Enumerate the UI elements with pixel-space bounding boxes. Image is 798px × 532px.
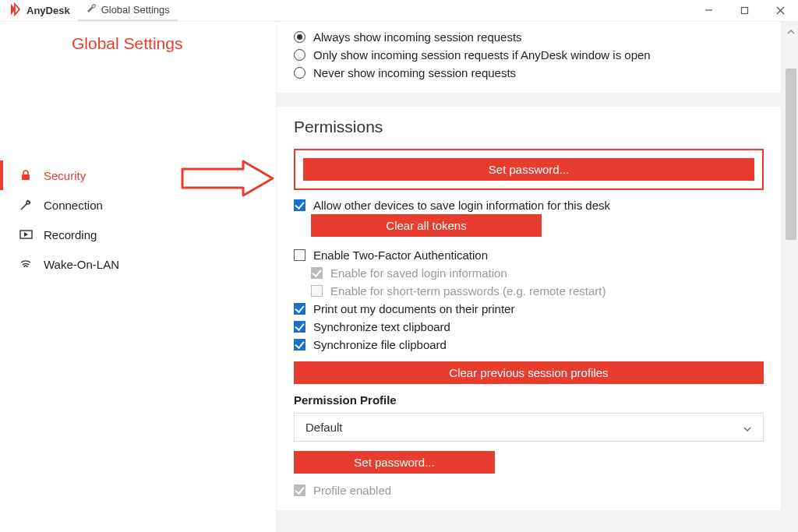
minimize-button[interactable]: [690, 0, 726, 22]
sidebar-item-label: Wake-On-LAN: [44, 258, 119, 271]
checkbox-two-factor[interactable]: Enable Two-Factor Authentication: [294, 246, 764, 264]
scrollbar-thumb[interactable]: [786, 69, 796, 240]
checkbox-icon: [294, 321, 305, 333]
tab-global-settings[interactable]: Global Settings: [78, 0, 178, 21]
checkbox-sync-file[interactable]: Synchronize file clipboard: [294, 336, 764, 354]
checkbox-label: Profile enabled: [313, 484, 391, 497]
sidebar-item-connection[interactable]: Connection: [0, 190, 276, 220]
sidebar-item-security[interactable]: Security: [0, 160, 276, 190]
permission-profile-heading: Permission Profile: [294, 393, 764, 407]
wifi-icon: [19, 257, 33, 271]
record-icon: [19, 227, 33, 241]
checkbox-icon: [294, 339, 305, 351]
svg-rect-1: [741, 8, 747, 14]
plug-icon: [19, 198, 33, 212]
radio-label: Only show incoming session requests if A…: [313, 48, 651, 62]
radio-never-show[interactable]: Never show incoming session requests: [294, 64, 764, 82]
radio-only-window-open[interactable]: Only show incoming session requests if A…: [294, 46, 764, 64]
svg-point-5: [26, 201, 30, 204]
app-name: AnyDesk: [26, 5, 70, 16]
sidebar-item-label: Recording: [44, 228, 97, 241]
svg-rect-4: [22, 174, 30, 180]
checkbox-label: Enable for short-term passwords (e.g. re…: [330, 284, 606, 298]
checkbox-icon: [294, 303, 305, 315]
checkbox-print-docs[interactable]: Print out my documents on their printer: [294, 300, 764, 318]
checkbox-icon: [294, 249, 305, 261]
content-area: Always show incoming session requests On…: [277, 22, 798, 532]
checkbox-label: Enable Two-Factor Authentication: [313, 248, 488, 262]
sidebar-title: Global Settings: [0, 22, 276, 75]
sidebar-item-recording[interactable]: Recording: [0, 220, 276, 249]
title-bar: AnyDesk Global Settings: [0, 0, 798, 22]
tab-label: Global Settings: [101, 4, 170, 16]
sidebar-item-wake-on-lan[interactable]: Wake-On-LAN: [0, 249, 276, 279]
checkbox-profile-enabled: Profile enabled: [294, 481, 764, 499]
clear-tokens-button[interactable]: Clear all tokens: [311, 214, 542, 237]
session-requests-panel: Always show incoming session requests On…: [277, 22, 781, 93]
set-password-button-2[interactable]: Set password...: [294, 451, 495, 474]
sidebar-item-label: Security: [44, 169, 86, 182]
sidebar: Global Settings Security Connection Reco…: [0, 22, 277, 532]
set-password-button[interactable]: Set password...: [303, 158, 754, 181]
checkbox-icon: [311, 285, 323, 297]
chevron-down-icon: [743, 423, 752, 432]
scroll-up-icon: [787, 25, 795, 33]
radio-label: Always show incoming session requests: [313, 30, 522, 44]
sidebar-item-label: Connection: [44, 199, 103, 212]
highlight-annotation: Set password...: [294, 149, 764, 190]
anydesk-logo-icon: [8, 2, 22, 19]
checkbox-label: Enable for saved login information: [330, 266, 507, 280]
radio-label: Never show incoming session requests: [313, 66, 516, 79]
radio-icon: [294, 67, 305, 79]
checkbox-icon: [294, 199, 305, 211]
profile-select-value: Default: [305, 421, 343, 434]
checkbox-two-factor-saved: Enable for saved login information: [311, 264, 764, 282]
checkbox-sync-text[interactable]: Synchronize text clipboard: [294, 318, 764, 336]
radio-icon: [294, 31, 305, 43]
radio-always-show[interactable]: Always show incoming session requests: [294, 28, 764, 46]
checkbox-label: Synchronize text clipboard: [313, 320, 450, 333]
radio-icon: [294, 49, 305, 61]
wrench-icon: [86, 3, 97, 16]
checkbox-label: Print out my documents on their printer: [313, 302, 514, 315]
checkbox-two-factor-short: Enable for short-term passwords (e.g. re…: [311, 282, 764, 300]
checkbox-label: Synchronize file clipboard: [313, 338, 447, 351]
maximize-button[interactable]: [726, 0, 762, 22]
window-controls: [690, 0, 798, 22]
checkbox-allow-save-login[interactable]: Allow other devices to save login inform…: [294, 196, 764, 214]
clear-profiles-button[interactable]: Clear previous session profiles: [294, 361, 764, 384]
app-tab[interactable]: AnyDesk: [0, 2, 78, 19]
checkbox-icon: [294, 484, 305, 496]
checkbox-icon: [311, 267, 323, 279]
permissions-panel: Permissions Set password... Allow other …: [277, 107, 781, 510]
close-button[interactable]: [762, 0, 798, 22]
scrollbar-vertical[interactable]: [784, 22, 798, 532]
lock-icon: [19, 168, 33, 182]
checkbox-label: Allow other devices to save login inform…: [313, 199, 610, 212]
permissions-heading: Permissions: [294, 118, 764, 136]
profile-select[interactable]: Default: [294, 413, 764, 442]
